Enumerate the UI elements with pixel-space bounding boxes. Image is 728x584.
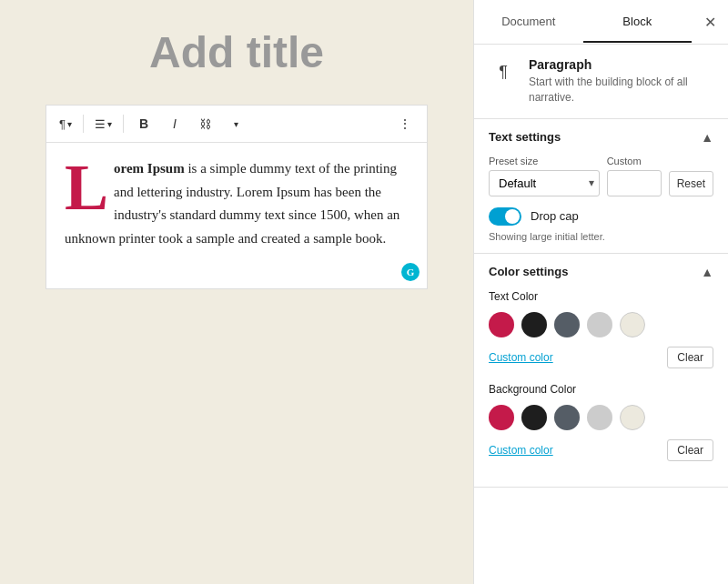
block-type-icon: ¶ [489, 57, 518, 86]
bg-swatch-cream[interactable] [620, 405, 645, 430]
link-icon: ⛓ [199, 117, 211, 131]
drop-cap-row: Drop cap [489, 207, 713, 226]
align-button[interactable]: ☰ ▾ [89, 114, 117, 135]
bg-swatch-crimson[interactable] [489, 405, 514, 430]
color-settings-toggle[interactable]: ▲ [701, 265, 713, 279]
settings-panel: Document Block ✕ ¶ Paragraph Start with … [473, 0, 728, 584]
bold-icon: B [139, 116, 148, 131]
paragraph-button[interactable]: ¶ ▾ [54, 114, 77, 135]
bg-color-actions: Custom color Clear [489, 439, 713, 461]
text-swatch-dark-gray[interactable] [554, 312, 580, 337]
text-settings-toggle[interactable]: ▲ [701, 130, 713, 145]
tab-block[interactable]: Block [583, 2, 693, 43]
text-format-dropdown[interactable]: ▾ [222, 109, 251, 138]
custom-group: Custom [607, 156, 662, 196]
bg-custom-color-button[interactable]: Custom color [489, 444, 553, 457]
bg-color-clear-button[interactable]: Clear [667, 439, 713, 461]
text-swatch-cream[interactable] [620, 312, 645, 337]
text-swatch-black[interactable] [521, 312, 547, 337]
reset-button[interactable]: Reset [669, 171, 713, 196]
link-button[interactable]: ⛓ [191, 109, 220, 138]
text-color-actions: Custom color Clear [489, 347, 713, 368]
chevron-down-icon: ▾ [234, 119, 238, 129]
text-swatch-crimson[interactable] [489, 312, 514, 337]
text-custom-color-button[interactable]: Custom color [489, 351, 553, 364]
preset-size-select[interactable]: Default Small Medium Large X-Large [489, 170, 600, 196]
block-name: Paragraph [529, 57, 713, 72]
align-icon: ☰ [95, 117, 106, 131]
align-dropdown-icon: ▾ [107, 119, 112, 129]
bold-button[interactable]: B [129, 109, 158, 138]
separator-1 [83, 115, 84, 133]
bg-color-swatches [489, 405, 713, 430]
text-swatch-light-gray[interactable] [587, 312, 612, 337]
text-settings-section: Text settings ▲ Preset size Default Smal… [474, 119, 728, 254]
chevron-up-icon: ▲ [701, 130, 713, 145]
close-panel-button[interactable]: ✕ [692, 0, 728, 44]
block-description: Start with the building block of all nar… [529, 75, 713, 106]
more-icon: ⋮ [399, 116, 411, 131]
bg-swatch-dark-gray[interactable] [554, 405, 580, 430]
preset-group: Preset size Default Small Medium Large X… [489, 156, 600, 196]
color-settings-header: Color settings ▲ [489, 265, 713, 279]
italic-button[interactable]: I [160, 109, 189, 138]
custom-size-input[interactable] [607, 170, 662, 196]
paragraph-icon: ¶ [59, 117, 66, 131]
color-settings-title: Color settings [489, 265, 568, 278]
preset-row: Preset size Default Small Medium Large X… [489, 156, 713, 196]
italic-icon: I [173, 116, 177, 131]
separator-2 [123, 115, 124, 133]
block-info: ¶ Paragraph Start with the building bloc… [474, 45, 728, 119]
bg-color-label: Background Color [489, 383, 713, 396]
paragraph-dropdown-icon: ▾ [67, 119, 72, 129]
chevron-up-icon-2: ▲ [701, 265, 713, 279]
drop-cap-letter: L [65, 163, 108, 212]
text-settings-header: Text settings ▲ [489, 130, 713, 145]
custom-label: Custom [607, 156, 662, 166]
preset-label: Preset size [489, 156, 600, 166]
drop-cap-hint: Showing large initial letter. [489, 231, 713, 242]
more-options-button[interactable]: ⋮ [390, 109, 420, 138]
text-content[interactable]: L orem Ipsum is a simple dummy text of t… [46, 143, 427, 288]
close-icon: ✕ [704, 14, 716, 31]
tab-document[interactable]: Document [474, 2, 583, 43]
bg-swatch-black[interactable] [521, 405, 547, 430]
paragraph-text: orem Ipsum is a simple dummy text of the… [65, 161, 399, 246]
drop-cap-toggle[interactable] [489, 207, 521, 226]
text-block: ¶ ▾ ☰ ▾ B I ⛓ ▾ ⋮ L orem Ipsum is a simp… [46, 105, 428, 289]
block-text: Paragraph Start with the building block … [529, 57, 713, 106]
preset-select-wrapper: Default Small Medium Large X-Large [489, 170, 600, 196]
text-settings-title: Text settings [489, 130, 561, 144]
text-color-swatches [489, 312, 713, 337]
page-title[interactable]: Add title [18, 27, 455, 77]
text-toolbar: ¶ ▾ ☰ ▾ B I ⛓ ▾ ⋮ [46, 106, 427, 143]
drop-cap-label: Drop cap [531, 209, 579, 223]
editor-panel: Add title ¶ ▾ ☰ ▾ B I ⛓ ▾ ⋮ L orem Ipsum… [0, 0, 473, 584]
panel-header: Document Block ✕ [474, 0, 728, 45]
text-color-clear-button[interactable]: Clear [667, 347, 713, 368]
color-settings-section: Color settings ▲ Text Color Custom color… [474, 254, 728, 488]
text-color-label: Text Color [489, 290, 713, 303]
bg-swatch-light-gray[interactable] [587, 405, 612, 430]
grammarly-icon: G [401, 263, 420, 281]
